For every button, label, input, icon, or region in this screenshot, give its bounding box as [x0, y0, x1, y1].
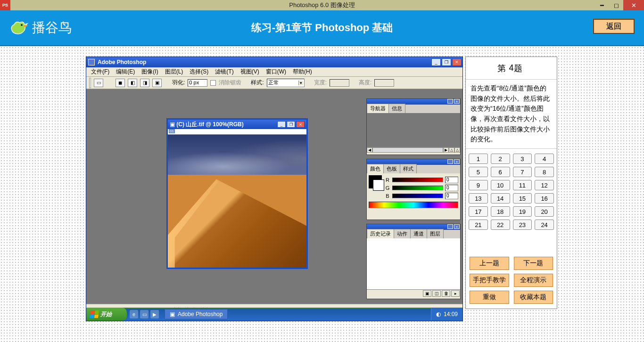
ps-minimize-button[interactable]: _ [431, 58, 441, 66]
question-number-button[interactable]: 19 [513, 206, 532, 217]
menu-item[interactable]: 选择(S) [187, 67, 211, 77]
full-demo-button[interactable]: 全程演示 [514, 274, 553, 287]
prev-question-button[interactable]: 上一题 [470, 257, 509, 270]
question-number-button[interactable]: 18 [491, 206, 510, 217]
question-number-button[interactable]: 20 [535, 206, 554, 217]
question-number-button[interactable]: 23 [513, 220, 532, 230]
menu-item[interactable]: 视图(V) [238, 67, 262, 77]
next-question-button[interactable]: 下一题 [514, 257, 553, 270]
zoom-out-icon[interactable]: △ [449, 147, 454, 153]
menu-item[interactable]: 编辑(E) [113, 67, 138, 77]
menu-item[interactable]: 窗口(W) [263, 67, 289, 77]
spectrum-bar[interactable] [369, 202, 458, 208]
taskbar-app[interactable]: ▣ Adobe Photoshop [165, 309, 228, 319]
step-by-step-button[interactable]: 手把手教学 [470, 274, 509, 287]
panel-minimize-icon[interactable]: _ [447, 224, 453, 229]
color-swatch[interactable] [369, 175, 382, 188]
r-value[interactable]: 0 [445, 177, 458, 183]
question-number-button[interactable]: 5 [469, 167, 488, 177]
panel-menu-icon[interactable]: ▸ [451, 290, 460, 297]
menu-item[interactable]: 图层(L) [162, 67, 186, 77]
new-document-icon[interactable]: ◫ [432, 290, 441, 297]
panel-close-icon[interactable]: × [454, 224, 460, 229]
start-button[interactable]: 开始 [86, 308, 127, 321]
maximize-button[interactable]: ◻ [609, 0, 623, 10]
minimize-button[interactable]: ━ [595, 0, 609, 10]
panel-tab[interactable]: 颜色 [367, 164, 384, 173]
question-number-button[interactable]: 11 [513, 180, 532, 190]
r-slider[interactable] [392, 178, 443, 182]
scroll-right-icon[interactable]: ▶ [443, 147, 449, 153]
document-canvas[interactable] [168, 135, 306, 268]
panel-tab[interactable]: 通道 [410, 229, 427, 238]
document-titlebar[interactable]: ▣ (C) 山丘.tif @ 100%(RGB) _ ❐ ✕ [168, 120, 306, 129]
return-button[interactable]: 返回 [593, 19, 635, 34]
favorite-button[interactable]: 收藏本题 [514, 291, 553, 304]
scroll-track[interactable] [372, 147, 443, 153]
new-snapshot-icon[interactable]: ▣ [423, 290, 431, 297]
ps-close-button[interactable]: ✕ [452, 58, 462, 66]
question-number-button[interactable]: 4 [535, 154, 554, 164]
doc-minimize-button[interactable]: _ [277, 121, 286, 128]
redo-button[interactable]: 重做 [470, 291, 509, 304]
doc-close-button[interactable]: ✕ [296, 121, 305, 128]
question-number-button[interactable]: 17 [469, 206, 488, 217]
panel-close-icon[interactable]: × [454, 159, 460, 164]
b-slider[interactable] [392, 194, 443, 198]
panel-tab[interactable]: 历史记录 [367, 229, 394, 238]
antialias-checkbox[interactable] [210, 80, 216, 86]
media-icon[interactable]: ▶ [150, 310, 159, 318]
navigator-body[interactable] [367, 113, 460, 147]
system-tray[interactable]: ◐ 14:09 [431, 308, 462, 321]
question-number-button[interactable]: 16 [535, 193, 554, 204]
question-number-button[interactable]: 1 [469, 154, 488, 164]
question-number-button[interactable]: 15 [513, 193, 532, 204]
question-number-button[interactable]: 9 [469, 180, 488, 190]
selection-new-icon[interactable]: ◼ [116, 79, 125, 87]
question-number-button[interactable]: 8 [535, 167, 554, 177]
style-select[interactable]: 正常 [267, 79, 305, 87]
panel-tab[interactable]: 色板 [383, 164, 400, 173]
question-number-button[interactable]: 24 [535, 220, 554, 230]
question-number-button[interactable]: 12 [535, 180, 554, 190]
ie-icon[interactable]: e [130, 310, 138, 318]
question-number-button[interactable]: 2 [491, 154, 510, 164]
ps-maximize-button[interactable]: ❐ [442, 58, 451, 66]
menu-item[interactable]: 图像(I) [139, 67, 161, 77]
question-number-button[interactable]: 22 [491, 220, 510, 230]
selection-add-icon[interactable]: ◧ [128, 79, 137, 87]
question-number-button[interactable]: 10 [491, 180, 510, 190]
zoom-in-icon[interactable]: △ [454, 147, 460, 153]
ps-titlebar[interactable]: Adobe Photoshop _ ❐ ✕ [86, 57, 462, 67]
panel-tab[interactable]: 动作 [394, 229, 411, 238]
width-input[interactable] [330, 79, 349, 87]
marquee-tool-icon[interactable]: ▭ [94, 79, 103, 87]
question-number-button[interactable]: 13 [469, 193, 488, 204]
question-number-button[interactable]: 21 [469, 220, 488, 230]
question-number-button[interactable]: 14 [491, 193, 510, 204]
g-slider[interactable] [392, 186, 443, 190]
scroll-left-icon[interactable]: ◀ [367, 147, 372, 153]
g-value[interactable]: 0 [445, 185, 458, 191]
question-number-button[interactable]: 7 [513, 167, 532, 177]
doc-maximize-button[interactable]: ❐ [287, 121, 295, 128]
desktop-icon[interactable]: ▭ [140, 310, 149, 318]
panel-tab[interactable]: 样式 [400, 164, 417, 173]
height-input[interactable] [374, 79, 394, 87]
b-value[interactable]: 0 [445, 193, 458, 199]
panel-minimize-icon[interactable]: _ [447, 159, 453, 164]
menu-item[interactable]: 帮助(H) [290, 67, 315, 77]
selection-intersect-icon[interactable]: ▣ [152, 79, 162, 87]
tray-icon[interactable]: ◐ [436, 311, 441, 318]
panel-tab[interactable]: 图层 [427, 229, 444, 238]
panel-tab[interactable]: 信息 [388, 104, 405, 113]
panel-minimize-icon[interactable]: _ [447, 99, 453, 104]
history-body[interactable] [367, 238, 460, 289]
menu-item[interactable]: 滤镜(T) [212, 67, 236, 77]
menu-item[interactable]: 文件(F) [88, 67, 112, 77]
question-number-button[interactable]: 6 [491, 167, 510, 177]
feather-input[interactable]: 0 px [188, 79, 207, 87]
panel-close-icon[interactable]: × [454, 99, 460, 104]
document-window[interactable]: ▣ (C) 山丘.tif @ 100%(RGB) _ ❐ ✕ 01 [166, 118, 308, 269]
question-number-button[interactable]: 3 [513, 154, 532, 164]
